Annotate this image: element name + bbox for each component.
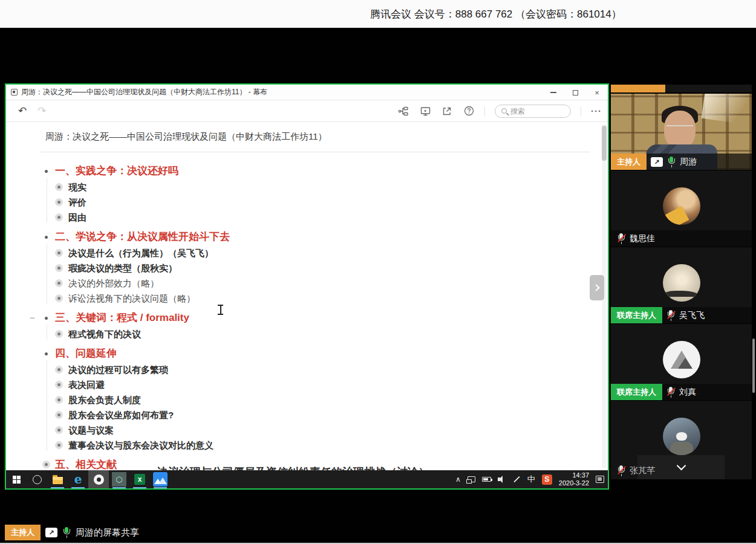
mubu-window-titlebar: 周游：决议之死——中国公司治理现状及问题（中财大商法工作坊11） - 幕布 × — [6, 85, 608, 100]
outline-item[interactable]: 诉讼法视角下的决议问题（略） — [41, 291, 590, 306]
outline-item[interactable]: 股东会会议坐席如何布置? — [41, 407, 590, 423]
outline-item[interactable]: 因由 — [41, 210, 590, 225]
outline-item[interactable]: 瑕疵决议的类型（殷秋实） — [41, 261, 590, 276]
mic-muted-icon[interactable] — [666, 310, 675, 321]
outline-heading[interactable]: 一、实践之争：决议还好吗 — [41, 162, 590, 180]
bullet-ring[interactable] — [55, 294, 63, 302]
excel-icon: x — [134, 474, 145, 485]
bullet-ring[interactable] — [55, 441, 63, 449]
participant-tile-wufeifei[interactable]: 联席主持人 吴飞飞 — [611, 247, 752, 323]
outline-item[interactable]: 股东会负责人制度 — [41, 392, 590, 407]
outline-item[interactable]: 议题与议案 — [41, 423, 590, 438]
bullet-ring[interactable] — [55, 411, 63, 419]
bullet-ring[interactable] — [55, 198, 63, 206]
outline-heading[interactable]: 二、学说之争：从决议属性开始斗下去 — [41, 228, 590, 245]
participant-tile-zhangpengqian[interactable]: 张芃芊 — [611, 401, 752, 479]
outline-section-3: − 三、关键词：程式 / formality 程式视角下的决议 — [41, 309, 590, 342]
bullet-ring[interactable] — [55, 213, 63, 221]
bullet-ring[interactable] — [55, 249, 63, 257]
bullet-ring[interactable] — [55, 279, 63, 287]
battery-icon[interactable] — [482, 477, 491, 482]
minimize-button[interactable] — [543, 85, 564, 100]
outline-item[interactable]: 程式视角下的决议 — [41, 326, 590, 342]
sidebar-collapse-arrow[interactable] — [590, 275, 604, 300]
taskbar-clock[interactable]: 14:37 2020-3-22 — [559, 471, 589, 487]
undo-icon[interactable]: ↶ — [18, 105, 27, 117]
bullet-dot — [45, 236, 48, 239]
mic-muted-icon[interactable] — [666, 387, 675, 398]
participant-tile-liuzhen[interactable]: 联席主持人 刘真 — [611, 324, 752, 400]
bullet-ring[interactable] — [55, 396, 63, 404]
excel-button[interactable]: x — [129, 470, 150, 488]
outline-item[interactable]: 评价 — [41, 195, 590, 210]
toolbar-divider — [484, 106, 485, 116]
redo-icon[interactable]: ↷ — [37, 105, 46, 117]
maximize-button[interactable] — [564, 85, 586, 100]
cohost-badge: 联席主持人 — [611, 307, 662, 323]
sogou-icon[interactable]: S — [542, 474, 552, 485]
outline-item[interactable]: 表决回避 — [41, 377, 590, 392]
cohost-badge: 联席主持人 — [611, 384, 662, 400]
title-divider — [41, 152, 590, 152]
mic-muted-icon[interactable] — [617, 465, 625, 476]
meeting-info-bar: 腾讯会议 会议号：888 667 762 （会议密码：861014） — [0, 0, 756, 28]
mic-on-icon[interactable] — [667, 157, 676, 167]
host-badge: 主持人 — [5, 525, 41, 540]
mic-muted-icon[interactable] — [617, 233, 625, 244]
bullet-ring[interactable] — [55, 426, 63, 434]
bullet-ring[interactable] — [55, 366, 63, 374]
search-box[interactable] — [495, 105, 571, 118]
outline-section-1: 一、实践之争：决议还好吗 现实 评价 因由 — [41, 162, 590, 225]
share-banner-text: 周游的屏幕共享 — [76, 527, 139, 539]
mubu-taskbar-button[interactable] — [150, 470, 171, 488]
participant-tile-weisijia[interactable]: 魏思佳 — [611, 170, 752, 247]
search-input[interactable] — [510, 107, 559, 115]
cortana-button[interactable] — [27, 470, 47, 488]
network-icon[interactable] — [468, 476, 475, 482]
document-title[interactable]: 周游：决议之死——中国公司治理现状及问题（中财大商法工作坊11） — [41, 131, 590, 143]
presentation-icon[interactable] — [419, 105, 431, 117]
bullet-ring[interactable] — [42, 461, 50, 468]
close-button[interactable]: × — [586, 85, 608, 100]
shared-screen-region: 周游：决议之死——中国公司治理现状及问题（中财大商法工作坊11） - 幕布 × … — [5, 83, 609, 490]
help-icon[interactable] — [463, 105, 475, 117]
participant-name: 周游 — [680, 157, 697, 167]
file-explorer-button[interactable] — [47, 470, 68, 488]
collapse-handle[interactable]: − — [30, 309, 35, 326]
edge-button[interactable]: e — [68, 470, 88, 488]
bullet-ring[interactable] — [55, 381, 63, 389]
participant-name: 吴飞飞 — [679, 310, 705, 321]
speaker-icon[interactable] — [498, 476, 506, 483]
scrollbar-thumb[interactable] — [602, 126, 607, 161]
meeting-id-text: 腾讯会议 会议号：888 667 762 （会议密码：861014） — [370, 7, 622, 21]
outline-item[interactable]: 现实 — [41, 180, 590, 195]
start-button[interactable] — [6, 470, 27, 488]
round-app-button[interactable] — [88, 470, 109, 488]
show-hidden-icons[interactable]: ∧ — [455, 475, 461, 484]
outline-heading[interactable]: 四、问题延伸 — [41, 345, 590, 362]
clipped-text-line: 决议治理与公司僵局及资信纠纷责任的治理挑战（讨论） — [157, 465, 429, 470]
participant-tile-zhouyou[interactable]: 主持人 ↗ 周游 — [611, 94, 752, 170]
participants-scrollbar-thumb[interactable] — [752, 338, 755, 393]
outline-item[interactable]: 董事会决议与股东会决议对比的意义 — [41, 438, 590, 453]
bullet-ring[interactable] — [55, 330, 63, 338]
outline-item[interactable]: 决议的外部效力（略） — [41, 276, 590, 291]
outline-item[interactable]: 决议是什么（行为属性）（吴飞飞） — [41, 245, 590, 261]
bullet-ring[interactable] — [55, 264, 63, 272]
participant-namebar: 联席主持人 刘真 — [611, 384, 752, 400]
pen-icon[interactable] — [513, 476, 520, 483]
outline-heading[interactable]: − 三、关键词：程式 / formality — [41, 309, 590, 326]
ime-indicator[interactable]: 中 — [527, 474, 535, 485]
bullet-ring[interactable] — [55, 183, 63, 191]
avatar — [663, 341, 700, 378]
outline-item[interactable]: 决议的过程可以有多繁琐 — [41, 362, 590, 377]
mindmap-view-icon[interactable] — [397, 105, 409, 117]
text-cursor — [218, 305, 223, 315]
action-center-icon[interactable] — [596, 476, 604, 483]
bullet-dot — [45, 352, 48, 355]
participant-name: 张芃芊 — [630, 465, 655, 476]
toolbar-divider — [581, 106, 581, 116]
hex-app-button[interactable]: ⬡ — [109, 470, 129, 488]
more-menu-icon[interactable]: ··· — [591, 106, 602, 116]
export-share-icon[interactable] — [441, 105, 453, 117]
